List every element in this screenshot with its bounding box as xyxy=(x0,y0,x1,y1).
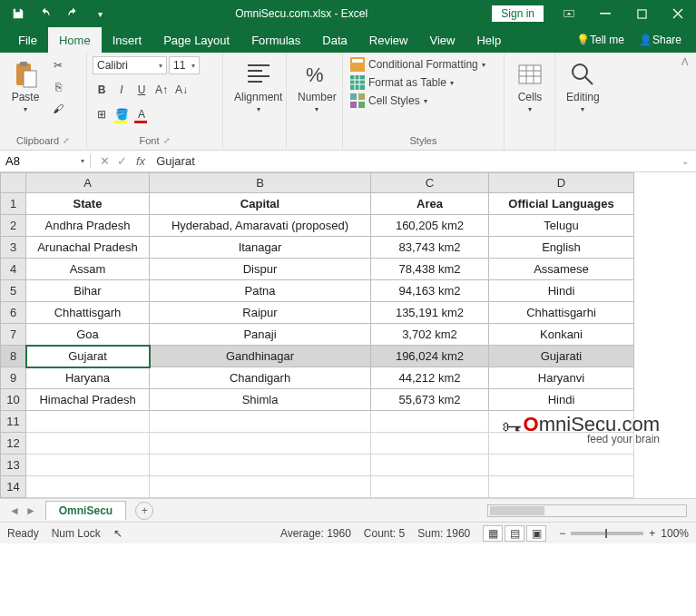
font-name-combo[interactable]: Calibri▾ xyxy=(93,56,167,74)
cell[interactable]: Panaji xyxy=(150,324,371,346)
bold-button[interactable]: B xyxy=(93,81,111,99)
cell[interactable]: Konkani xyxy=(489,324,634,346)
cell[interactable] xyxy=(26,433,150,455)
row-header[interactable]: 14 xyxy=(1,476,26,498)
font-color-icon[interactable]: A xyxy=(132,105,151,123)
cells-button[interactable]: Cells ▾ xyxy=(510,56,550,117)
row-header[interactable]: 2 xyxy=(1,215,26,237)
new-sheet-button[interactable]: + xyxy=(135,502,153,520)
sheet-nav-prev-icon[interactable]: ◄ xyxy=(9,504,20,517)
signin-button[interactable]: Sign in xyxy=(492,5,544,22)
cell[interactable]: Raipur xyxy=(150,302,371,324)
cell[interactable]: 94,163 km2 xyxy=(371,280,489,302)
horizontal-scrollbar[interactable] xyxy=(487,504,687,517)
clipboard-dialog-icon[interactable]: ⤢ xyxy=(63,136,70,145)
col-header-b[interactable]: B xyxy=(150,173,371,193)
format-as-table-button[interactable]: Format as Table▾ xyxy=(348,74,487,91)
cell[interactable] xyxy=(150,411,371,433)
fill-color-icon[interactable]: 🪣 xyxy=(113,105,131,123)
row-header[interactable]: 3 xyxy=(1,237,26,259)
cell[interactable]: Himachal Pradesh xyxy=(26,389,150,411)
tab-file[interactable]: File xyxy=(7,27,48,53)
undo-icon[interactable] xyxy=(34,3,56,24)
cancel-formula-icon[interactable]: ✕ xyxy=(100,154,110,168)
zoom-in-button[interactable]: + xyxy=(649,527,655,540)
maximize-button[interactable] xyxy=(623,0,660,27)
share-button[interactable]: 👤 Share xyxy=(633,27,687,53)
cell[interactable]: Itanagar xyxy=(150,237,371,259)
cell[interactable]: Chhattisgarhi xyxy=(489,302,634,324)
cell[interactable]: 44,212 km2 xyxy=(371,367,489,389)
editing-button[interactable]: Editing ▾ xyxy=(561,56,605,117)
cell[interactable] xyxy=(150,476,371,498)
row-header[interactable]: 13 xyxy=(1,455,26,476)
cell[interactable]: Dispur xyxy=(150,259,371,280)
cell[interactable]: 196,024 km2 xyxy=(371,346,489,367)
cell[interactable]: Shimla xyxy=(150,389,371,411)
cell[interactable]: Haryanvi xyxy=(489,367,634,389)
formula-input[interactable]: Gujarat xyxy=(151,154,674,168)
fx-icon[interactable]: fx xyxy=(136,154,151,168)
cell[interactable]: Patna xyxy=(150,280,371,302)
cell[interactable]: Assamese xyxy=(489,259,634,280)
number-button[interactable]: % Number ▾ xyxy=(292,56,342,117)
cell[interactable]: 160,205 km2 xyxy=(371,215,489,237)
select-all-corner[interactable] xyxy=(1,173,26,193)
cell[interactable] xyxy=(150,433,371,455)
cell[interactable]: Goa xyxy=(26,324,150,346)
cell[interactable]: Bihar xyxy=(26,280,150,302)
row-header[interactable]: 1 xyxy=(1,193,26,215)
cell[interactable]: Telugu xyxy=(489,215,634,237)
view-normal-icon[interactable]: ▦ xyxy=(483,525,503,542)
cell[interactable]: 55,673 km2 xyxy=(371,389,489,411)
tab-data[interactable]: Data xyxy=(311,27,358,53)
col-header-d[interactable]: D xyxy=(489,173,634,193)
font-size-combo[interactable]: 11▾ xyxy=(169,56,200,74)
underline-button[interactable]: U xyxy=(132,81,151,99)
close-button[interactable] xyxy=(660,0,696,27)
row-header[interactable]: 6 xyxy=(1,302,26,324)
cell[interactable] xyxy=(371,476,489,498)
tell-me-button[interactable]: 💡 Tell me xyxy=(571,27,630,53)
row-header[interactable]: 5 xyxy=(1,280,26,302)
zoom-level[interactable]: 100% xyxy=(661,527,689,540)
cell[interactable]: Hyderabad, Amaravati (proposed) xyxy=(150,215,371,237)
row-header[interactable]: 11 xyxy=(1,411,26,433)
cell[interactable]: Hindi xyxy=(489,280,634,302)
minimize-button[interactable] xyxy=(587,0,623,27)
cell[interactable]: 3,702 km2 xyxy=(371,324,489,346)
cell[interactable]: Andhra Pradesh xyxy=(26,215,150,237)
cell[interactable]: Chhattisgarh xyxy=(26,302,150,324)
row-header[interactable]: 12 xyxy=(1,433,26,455)
cell[interactable]: Gujarati xyxy=(489,346,634,367)
cell[interactable]: Gujarat xyxy=(26,346,150,367)
alignment-button[interactable]: Alignment ▾ xyxy=(229,56,288,117)
tab-insert[interactable]: Insert xyxy=(102,27,153,53)
qat-customize-icon[interactable]: ▾ xyxy=(89,3,111,24)
row-header[interactable]: 9 xyxy=(1,367,26,389)
cell[interactable] xyxy=(489,411,634,433)
view-page-break-icon[interactable]: ▣ xyxy=(526,525,546,542)
row-header[interactable]: 8 xyxy=(1,346,26,367)
name-box[interactable]: A8▾ xyxy=(0,154,91,168)
tab-view[interactable]: View xyxy=(418,27,466,53)
border-icon[interactable]: ⊞ xyxy=(93,105,111,123)
font-dialog-icon[interactable]: ⤢ xyxy=(163,136,171,145)
cell[interactable] xyxy=(26,411,150,433)
cell[interactable]: 135,191 km2 xyxy=(371,302,489,324)
cell[interactable] xyxy=(371,433,489,455)
font-shrink-icon[interactable]: A↓ xyxy=(172,81,191,99)
italic-button[interactable]: I xyxy=(113,81,131,99)
cell[interactable]: Area xyxy=(371,193,489,215)
redo-icon[interactable] xyxy=(62,3,83,24)
cell[interactable] xyxy=(489,433,634,455)
paste-button[interactable]: Paste ▾ xyxy=(5,56,45,117)
sheet-tab[interactable]: OmniSecu xyxy=(45,501,126,520)
cell[interactable] xyxy=(371,411,489,433)
sheet-nav-next-icon[interactable]: ► xyxy=(25,504,36,517)
cell[interactable] xyxy=(26,476,150,498)
cell[interactable]: Chandigarh xyxy=(150,367,371,389)
tab-home[interactable]: Home xyxy=(48,27,102,53)
cell[interactable]: Official Languages xyxy=(489,193,634,215)
cell[interactable]: 78,438 km2 xyxy=(371,259,489,280)
